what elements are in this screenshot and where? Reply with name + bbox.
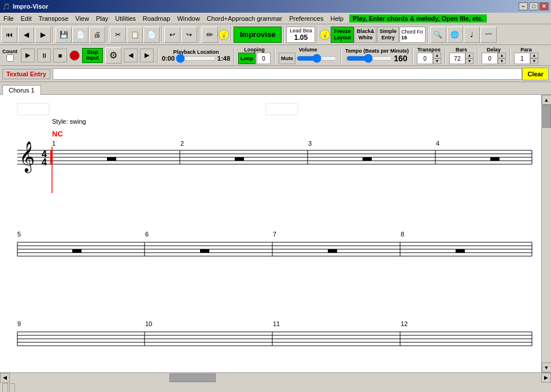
score-canvas[interactable]: Style: swing NC 1 2 3 4 𝄞 4 4 [0,95,541,372]
prev-playback-button[interactable]: ◀ [124,49,138,62]
bars-value[interactable]: 72 [449,53,465,64]
textual-entry-input[interactable] [53,68,523,80]
play-hint: Play, Enter chords & melody, Open file, … [349,14,487,23]
simple-entry-button[interactable]: SimpleEntry [377,27,399,43]
status-panel-1 [2,383,8,393]
scroll-down-button[interactable]: ▼ [542,363,552,372]
svg-text:4: 4 [42,157,47,167]
next-button[interactable]: ▶ [35,27,51,43]
para-up[interactable]: ▲ [530,53,538,58]
sep2 [107,27,108,43]
menu-help[interactable]: Help [327,14,347,23]
pause-button[interactable]: ⏸ [37,49,51,62]
para-down[interactable]: ▼ [530,58,538,64]
delay-up[interactable]: ▲ [498,53,506,58]
next-playback-button[interactable]: ▶ [140,49,154,62]
sep-t2-3 [274,47,275,64]
black-white-button[interactable]: Black&White [354,27,377,43]
minimize-button[interactable]: − [519,2,528,10]
scroll-left-button[interactable]: ◀ [0,373,10,383]
transpose-label: Transpos [417,47,441,53]
transpose-down[interactable]: ▼ [433,58,441,64]
tempo-slider[interactable] [346,55,393,62]
hscroll-thumb[interactable] [169,373,216,382]
paste-button[interactable]: 📄 [143,27,160,43]
chorus-tab[interactable]: Chorus 1 [2,85,41,95]
sep-t2-6 [445,47,446,64]
stop-button stop-btn[interactable]: ■ [53,49,67,62]
clear-button[interactable]: Clear [522,68,549,80]
bars-up[interactable]: ▲ [465,53,474,58]
close-button[interactable]: ✕ [539,2,549,10]
chord-fo-box: Chord Fo 16 [400,27,426,43]
delay-down[interactable]: ▼ [498,58,506,64]
sep-t2-5 [412,47,413,64]
scroll-right-button[interactable]: ▶ [541,373,551,383]
globe-button[interactable]: 🌐 [447,27,463,43]
loop-button[interactable]: Loop [238,53,256,64]
improvise-button[interactable]: Improvise [234,27,282,43]
menu-transpose[interactable]: Transpose [35,14,72,23]
scroll-thumb[interactable] [542,105,551,128]
search-button[interactable]: 🔍 [430,27,446,43]
titlebar-controls: − □ ✕ [519,2,549,10]
metronome-button[interactable]: 💡 [320,29,330,40]
transpose-up[interactable]: ▲ [433,53,441,58]
menu-window[interactable]: Window [173,14,203,23]
sep6 [283,27,284,43]
menu-preferences[interactable]: Preferences [286,14,327,23]
delay-label: Delay [487,47,501,53]
save-button[interactable]: 💾 [56,27,72,43]
scroll-track[interactable] [542,105,552,363]
svg-rect-44 [456,249,465,253]
hscroll-track[interactable] [10,373,541,383]
chord-fo-value[interactable]: 16 [401,35,424,40]
freeze-layout-button[interactable]: FreezeLayout [331,27,354,43]
playback-slider[interactable] [176,55,216,62]
menu-view[interactable]: View [72,14,93,23]
menu-edit[interactable]: Edit [17,14,35,23]
redo-button[interactable]: ↪ [181,27,197,43]
sep4 [199,27,200,43]
menu-play[interactable]: Play [93,14,112,23]
transpose-value[interactable]: 0 [417,53,433,64]
svg-text:6: 6 [145,231,149,238]
mute-button[interactable]: Mute [279,53,295,64]
record-button[interactable] [69,50,80,61]
music-button[interactable]: ♩ [464,27,480,43]
light-bulb-button[interactable]: 💡 [219,29,229,40]
print-preview-button[interactable]: 📄 [72,27,88,43]
scroll-up-button[interactable]: ▲ [542,95,552,105]
bars-down[interactable]: ▼ [465,58,474,64]
volume-slider[interactable] [297,55,337,62]
svg-rect-0 [17,103,49,115]
menu-roadmap[interactable]: Roadmap [139,14,174,23]
toolbar1: ⏮ ◀ ▶ 💾 📄 🖨 ✂ 📋 📄 ↩ ↪ ✏ 💡 Improvise Lead… [0,24,551,45]
loop-value[interactable]: 0 [257,53,271,64]
delay-value[interactable]: 0 [482,53,498,64]
prev-button[interactable]: ◀ [18,27,34,43]
play-button[interactable]: ▶ [21,49,35,62]
textual-entry-label: Textual Entry [2,69,50,79]
undo-button[interactable]: ↩ [164,27,180,43]
lead-beats-value[interactable]: 1.05 [294,34,308,42]
horizontal-scrollbar[interactable]: ◀ ▶ [0,372,551,382]
sep-t2-8 [509,47,511,64]
step-input-button[interactable]: StepInput [82,48,103,63]
para-value[interactable]: 1 [514,53,530,64]
vertical-scrollbar[interactable]: ▲ ▼ [541,95,551,372]
skip-back-button[interactable]: ⏮ [1,27,17,43]
menu-utilities[interactable]: Utilities [112,14,139,23]
chord-fo-label: Chord Fo [401,29,424,35]
titlebar-left: 🎵 Impro-Visor [2,3,49,10]
maximize-button[interactable]: □ [529,2,538,10]
copy-button[interactable]: 📋 [127,27,143,43]
cut-button[interactable]: ✂ [110,27,126,43]
print-button[interactable]: 🖨 [89,27,105,43]
count-checkbox[interactable] [6,54,14,62]
menu-chord-grammar[interactable]: Chord+Approach grammar [204,14,286,23]
menu-file[interactable]: File [0,14,17,23]
mixer-button[interactable]: ⚙ [105,47,121,64]
wave-button[interactable]: 〰 [480,27,497,43]
pencil-button[interactable]: ✏ [202,27,218,43]
